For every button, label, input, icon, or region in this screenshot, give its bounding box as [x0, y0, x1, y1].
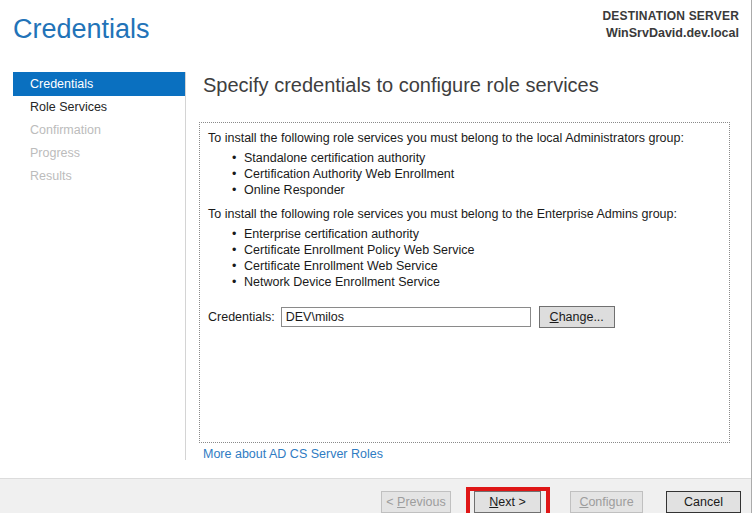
enterprise-admins-service-list: Enterprise certification authority Certi…: [208, 226, 721, 290]
content-heading: Specify credentials to configure role se…: [203, 74, 599, 97]
local-admins-service-list: Standalone certification authority Certi…: [208, 150, 721, 198]
sidebar-item-credentials[interactable]: Credentials: [13, 72, 185, 96]
wizard-window: Credentials DESTINATION SERVER WinSrvDav…: [0, 0, 752, 513]
enterprise-admins-intro: To install the following role services y…: [208, 206, 721, 222]
credentials-row: Credentials: Change...: [208, 306, 721, 328]
destination-server-label: DESTINATION SERVER: [602, 9, 739, 23]
more-about-adcs-link[interactable]: More about AD CS Server Roles: [203, 447, 383, 461]
list-item: Certificate Enrollment Web Service: [232, 258, 721, 274]
destination-server-name: WinSrvDavid.dev.local: [602, 26, 739, 40]
page-title: Credentials: [13, 14, 150, 45]
previous-button[interactable]: < Previous: [381, 491, 451, 513]
local-admins-intro: To install the following role services y…: [208, 130, 721, 146]
sidebar-item-progress: Progress: [13, 142, 185, 165]
sidebar-item-results: Results: [13, 165, 185, 188]
next-button[interactable]: Next >: [474, 491, 541, 513]
configure-button[interactable]: Configure: [570, 491, 643, 513]
cancel-button[interactable]: Cancel: [666, 491, 741, 513]
list-item: Enterprise certification authority: [232, 226, 721, 242]
change-credentials-button[interactable]: Change...: [539, 306, 615, 328]
list-item: Certificate Enrollment Policy Web Servic…: [232, 242, 721, 258]
credentials-label: Credentials:: [208, 310, 275, 324]
wizard-footer: < Previous Next > Configure Cancel: [0, 478, 752, 513]
list-item: Online Responder: [232, 182, 721, 198]
sidebar-item-role-services[interactable]: Role Services: [13, 96, 185, 119]
sidebar-item-confirmation: Confirmation: [13, 119, 185, 142]
list-item: Standalone certification authority: [232, 150, 721, 166]
list-item: Certification Authority Web Enrollment: [232, 166, 721, 182]
sidebar-divider: [185, 72, 186, 460]
role-services-info-box: To install the following role services y…: [199, 122, 730, 443]
wizard-steps-sidebar: Credentials Role Services Confirmation P…: [13, 72, 185, 188]
destination-server-block: DESTINATION SERVER WinSrvDavid.dev.local: [602, 9, 739, 40]
credentials-input[interactable]: [281, 307, 531, 327]
list-item: Network Device Enrollment Service: [232, 274, 721, 290]
